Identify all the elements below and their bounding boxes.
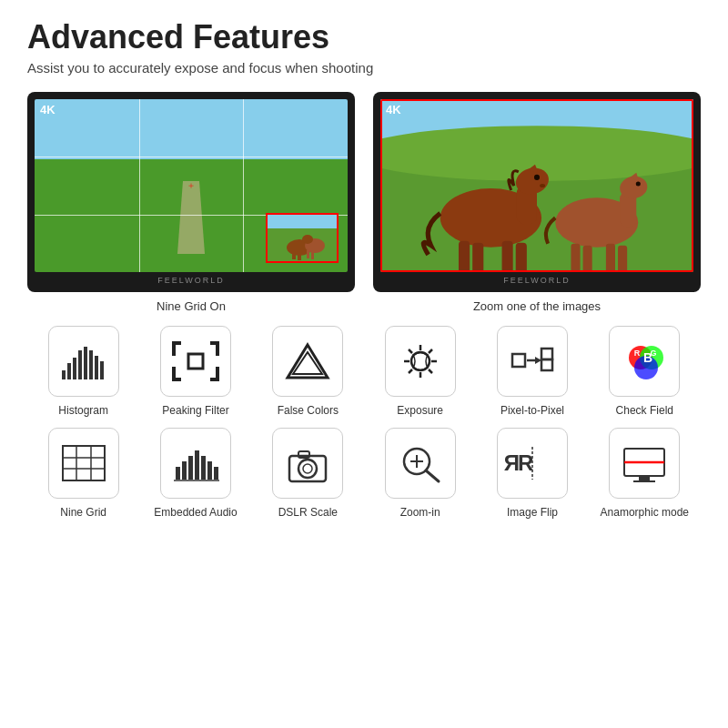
- svg-text:R: R: [504, 450, 520, 475]
- check-field-label: Check Field: [616, 404, 673, 419]
- svg-rect-40: [188, 354, 203, 369]
- icon-box-zoom-in: [385, 428, 456, 499]
- svg-rect-6: [307, 250, 309, 258]
- svg-rect-53: [541, 349, 552, 359]
- false-colors-icon: [284, 341, 331, 381]
- svg-rect-37: [89, 350, 93, 379]
- icon-box-nine-grid: [48, 428, 119, 499]
- nine-grid-label: Nine Grid: [60, 506, 106, 521]
- dslr-scale-icon: [284, 443, 331, 483]
- false-colors-label: False Colors: [278, 404, 339, 419]
- svg-rect-38: [95, 356, 98, 379]
- check-field-icon: B R G: [621, 341, 668, 381]
- page: Advanced Features Assist you to accurate…: [0, 0, 728, 728]
- svg-rect-54: [541, 359, 552, 370]
- svg-rect-1: [268, 215, 337, 228]
- histogram-label: Histogram: [58, 404, 108, 419]
- svg-rect-9: [306, 236, 308, 242]
- svg-text:G: G: [651, 349, 657, 358]
- svg-point-17: [534, 175, 540, 180]
- monitors-row: 4K: [27, 92, 701, 313]
- histogram-icon: [60, 341, 107, 381]
- svg-rect-71: [207, 461, 212, 480]
- embedded-audio-label: Embedded Audio: [154, 506, 237, 521]
- icons-row-2: Nine Grid: [27, 428, 701, 521]
- monitor-horses: 4K: [373, 92, 701, 292]
- icon-item-false-colors: False Colors: [262, 326, 353, 419]
- icon-box-check-field: B R G: [609, 326, 680, 397]
- icon-item-pixel-to-pixel: Pixel-to-Pixel: [487, 326, 578, 419]
- svg-rect-72: [214, 467, 218, 480]
- horses-svg: [380, 99, 693, 272]
- icon-box-anamorphic-mode: [609, 428, 680, 499]
- svg-rect-7: [311, 251, 314, 259]
- icon-box-embedded-audio: [160, 428, 231, 499]
- svg-line-49: [409, 369, 412, 373]
- monitor-right-4k-label: 4K: [386, 103, 401, 116]
- icon-item-peaking-filter: Peaking Filter: [150, 326, 241, 419]
- icon-box-exposure: [385, 326, 456, 397]
- svg-rect-67: [182, 461, 187, 480]
- svg-line-48: [429, 349, 432, 353]
- zoom-in-label: Zoom-in: [400, 506, 440, 521]
- svg-point-26: [636, 181, 641, 186]
- svg-rect-50: [512, 354, 525, 367]
- icon-item-exposure: Exposure: [375, 326, 466, 419]
- svg-rect-4: [292, 251, 296, 259]
- header-title: Advanced Features: [27, 18, 701, 56]
- icon-box-image-flip: R R: [497, 428, 568, 499]
- monitor-horses-screen: 4K: [380, 99, 693, 272]
- svg-point-76: [303, 464, 312, 473]
- embedded-audio-icon: [172, 443, 219, 483]
- image-flip-icon: R R: [509, 443, 556, 483]
- monitor-left-caption: Nine Grid On: [157, 299, 226, 313]
- grid-h1: [35, 157, 348, 157]
- icon-item-nine-grid: Nine Grid: [38, 428, 129, 521]
- nine-grid-icon: [60, 443, 107, 483]
- svg-point-18: [540, 184, 545, 187]
- pixel-to-pixel-label: Pixel-to-Pixel: [500, 404, 564, 419]
- svg-rect-29: [583, 246, 592, 272]
- svg-rect-70: [201, 456, 206, 480]
- icon-box-peaking-filter: [160, 326, 231, 397]
- pixel-to-pixel-icon: [509, 341, 556, 381]
- icon-box-histogram: [48, 326, 119, 397]
- exposure-icon: [397, 341, 444, 381]
- svg-rect-66: [176, 467, 180, 480]
- monitor-horses-wrapper: 4K: [373, 92, 701, 313]
- center-cross: ＋: [187, 179, 196, 192]
- svg-rect-22: [516, 243, 527, 272]
- svg-line-47: [429, 369, 432, 373]
- mini-horses-svg: [268, 215, 337, 261]
- icon-item-anamorphic-mode: Anamorphic mode: [599, 428, 690, 521]
- svg-rect-30: [606, 244, 615, 272]
- zoom-in-icon: [397, 443, 444, 483]
- exposure-label: Exposure: [397, 404, 443, 419]
- svg-line-46: [409, 349, 412, 353]
- monitor-left-4k-label: 4K: [40, 103, 56, 116]
- svg-rect-35: [78, 350, 82, 379]
- anamorphic-mode-icon: [621, 443, 668, 483]
- svg-point-75: [298, 460, 317, 478]
- icon-box-pixel-to-pixel: [497, 326, 568, 397]
- peaking-filter-icon: [172, 341, 219, 381]
- svg-rect-20: [472, 243, 483, 272]
- svg-rect-28: [571, 244, 580, 272]
- horses-bg: 4K: [380, 99, 693, 272]
- icons-section: Histogram Peaking Filter: [27, 326, 701, 520]
- icon-item-image-flip: R R Image Flip: [487, 428, 578, 521]
- monitor-right-brand: FEELWORLD: [380, 276, 693, 285]
- header-subtitle: Assist you to accurately expose and focu…: [27, 60, 701, 76]
- svg-rect-5: [298, 252, 301, 260]
- svg-rect-69: [195, 450, 199, 480]
- nine-grid-bg: 4K: [35, 99, 348, 272]
- svg-rect-87: [639, 476, 650, 480]
- icon-item-check-field: B R G Check Field: [599, 326, 690, 419]
- svg-rect-39: [100, 361, 104, 379]
- grid-v1: [139, 99, 140, 272]
- svg-rect-68: [188, 456, 193, 480]
- icon-item-dslr-scale: DSLR Scale: [262, 428, 353, 521]
- monitor-nine-grid-screen: 4K: [35, 99, 348, 272]
- svg-rect-21: [502, 241, 513, 272]
- peaking-filter-label: Peaking Filter: [162, 404, 228, 419]
